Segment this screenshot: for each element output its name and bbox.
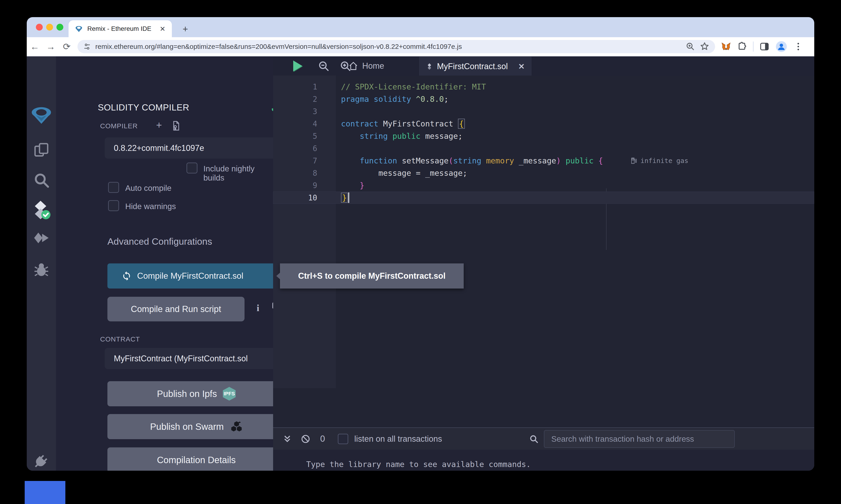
- code-line-6[interactable]: 6: [273, 142, 814, 155]
- profile-avatar[interactable]: [775, 41, 787, 53]
- line-number: 3: [273, 107, 336, 116]
- terminal-message: Type the library name to see available c…: [306, 460, 531, 469]
- tab-title: Remix - Ethereum IDE: [87, 25, 155, 32]
- metamask-extension-icon[interactable]: [721, 41, 731, 52]
- terminal-toolbar: 0 listen on all transactions: [273, 427, 814, 450]
- url-text[interactable]: remix.ethereum.org/#lang=en&optimize=fal…: [95, 43, 681, 51]
- toolbar-divider: [753, 41, 754, 52]
- traffic-minimize-button[interactable]: [46, 24, 53, 31]
- home-tab-label: Home: [362, 61, 384, 71]
- solidity-compiler-panel: SOLIDITY COMPILER ✓ › COMPILER + 0.8.22+…: [56, 56, 273, 471]
- zoom-page-icon[interactable]: [685, 41, 696, 52]
- compilation-details-button[interactable]: Compilation Details: [107, 447, 285, 471]
- browser-menu-kebab-icon[interactable]: [793, 41, 803, 52]
- forward-icon[interactable]: →: [43, 41, 59, 52]
- line-number: 2: [273, 95, 336, 104]
- listen-transactions-checkbox[interactable]: [338, 434, 348, 444]
- auto-compile-label[interactable]: Auto compile: [125, 183, 171, 193]
- include-nightly-checkbox[interactable]: [187, 163, 198, 174]
- terminal-output[interactable]: Type the library name to see available c…: [273, 450, 814, 471]
- new-tab-button[interactable]: +: [179, 23, 191, 35]
- code-line-1[interactable]: 1// SPDX-License-Identifier: MIT: [273, 80, 814, 93]
- code-line-10[interactable]: 10}: [273, 192, 814, 204]
- code-line-9[interactable]: 9 }: [273, 179, 814, 192]
- panel-title: SOLIDITY COMPILER: [98, 103, 189, 112]
- bookmark-star-icon[interactable]: [700, 41, 709, 52]
- contract-section-label: CONTRACT: [100, 335, 140, 343]
- compile-and-run-button[interactable]: Compile and Run script: [107, 297, 244, 321]
- collapse-terminal-icon[interactable]: [282, 434, 292, 444]
- file-tab-label: MyFirstContract.sol: [437, 61, 508, 71]
- license-icon[interactable]: [171, 121, 181, 131]
- traffic-close-button[interactable]: [36, 24, 43, 31]
- add-compiler-icon[interactable]: +: [156, 120, 162, 131]
- terminal-search-icon: [529, 434, 539, 444]
- plugin-manager-icon[interactable]: [30, 449, 53, 471]
- code-line-4[interactable]: 4contract MyFirstContract {: [273, 118, 814, 130]
- remix-logo[interactable]: [30, 103, 53, 126]
- compile-button[interactable]: Compile MyFirstContract.sol: [107, 264, 278, 289]
- hide-warnings-checkbox[interactable]: [108, 200, 119, 211]
- include-nightly-label[interactable]: Include nightly builds: [203, 164, 273, 182]
- line-number: 4: [273, 120, 336, 128]
- tab-myfirstcontract[interactable]: MyFirstContract.sol ✕: [419, 57, 531, 75]
- publish-ipfs-label: Publish on Ipfs: [157, 389, 217, 399]
- code-line-3[interactable]: 3: [273, 105, 814, 118]
- compilation-details-label: Compilation Details: [157, 455, 236, 465]
- debugger-icon[interactable]: [30, 258, 53, 281]
- code-line-7[interactable]: 7 function setMessage(string memory _mes…: [273, 155, 814, 167]
- clear-console-icon[interactable]: [301, 434, 311, 444]
- home-icon: [348, 61, 358, 71]
- site-settings-icon[interactable]: [83, 42, 91, 51]
- publish-swarm-button[interactable]: Publish on Swarm: [107, 414, 285, 439]
- compiler-version-select[interactable]: 0.8.22+commit.4fc1097e: [105, 138, 295, 159]
- run-script-play-icon[interactable]: [293, 60, 302, 71]
- extensions-puzzle-icon[interactable]: [737, 41, 747, 52]
- back-icon[interactable]: ←: [27, 41, 43, 52]
- gas-pump-icon: [630, 157, 638, 164]
- info-icon[interactable]: i: [257, 303, 259, 313]
- line-number: 10: [273, 193, 336, 202]
- code-line-8[interactable]: 8 message = _message;: [273, 167, 814, 179]
- contract-select[interactable]: MyFirstContract (MyFirstContract.sol: [105, 348, 295, 369]
- browser-tab[interactable]: Remix - Ethereum IDE ✕: [69, 20, 172, 37]
- tab-close-icon[interactable]: ✕: [160, 25, 166, 33]
- tab-home[interactable]: Home: [348, 56, 384, 75]
- close-tab-icon[interactable]: ✕: [518, 62, 525, 71]
- side-panel-icon[interactable]: [759, 41, 770, 52]
- remix-app: SOLIDITY COMPILER ✓ › COMPILER + 0.8.22+…: [27, 56, 814, 471]
- hide-warnings-label[interactable]: Hide warnings: [125, 202, 176, 211]
- terminal-search-input[interactable]: [544, 430, 735, 448]
- publish-ipfs-button[interactable]: Publish on Ipfs IPFS: [107, 381, 285, 406]
- icon-sidebar: [27, 56, 56, 471]
- sync-icon: [122, 271, 132, 281]
- editor-tabbar: Home MyFirstContract.sol ✕: [273, 56, 814, 75]
- zoom-out-icon[interactable]: [317, 60, 329, 72]
- reload-icon[interactable]: ⟳: [59, 41, 75, 52]
- ipfs-logo: IPFS: [223, 387, 236, 401]
- code-editor[interactable]: 1// SPDX-License-Identifier: MIT2pragma …: [273, 75, 814, 204]
- publish-swarm-label: Publish on Swarm: [150, 421, 224, 432]
- transaction-count: 0: [320, 434, 325, 444]
- line-number: 8: [273, 169, 336, 178]
- line-number: 1: [273, 83, 336, 91]
- browser-window: Remix - Ethereum IDE ✕ + ← → ⟳ remix.eth…: [27, 17, 814, 471]
- compiler-section-label: COMPILER: [100, 122, 138, 130]
- line-number: 5: [273, 132, 336, 141]
- listen-transactions-label[interactable]: listen on all transactions: [354, 434, 442, 444]
- line-number: 6: [273, 144, 336, 153]
- traffic-zoom-button[interactable]: [56, 24, 63, 31]
- gas-estimate[interactable]: infinite gas: [630, 157, 688, 165]
- file-explorer-icon[interactable]: [30, 139, 53, 161]
- solidity-compiler-icon[interactable]: [30, 198, 53, 221]
- auto-compile-checkbox[interactable]: [108, 182, 119, 193]
- browser-tabstrip: Remix - Ethereum IDE ✕ +: [27, 17, 814, 37]
- url-bar[interactable]: remix.ethereum.org/#lang=en&optimize=fal…: [78, 40, 715, 53]
- code-line-2[interactable]: 2pragma solidity ^0.8.0;: [273, 93, 814, 105]
- code-line-5[interactable]: 5 string public message;: [273, 130, 814, 142]
- line-number: 7: [273, 156, 336, 165]
- compile-tooltip-text: Ctrl+S to compile MyFirstContract.sol: [298, 271, 445, 281]
- search-icon[interactable]: [30, 169, 53, 192]
- advanced-configurations-label[interactable]: Advanced Configurations: [107, 236, 212, 247]
- deploy-run-icon[interactable]: [30, 228, 53, 251]
